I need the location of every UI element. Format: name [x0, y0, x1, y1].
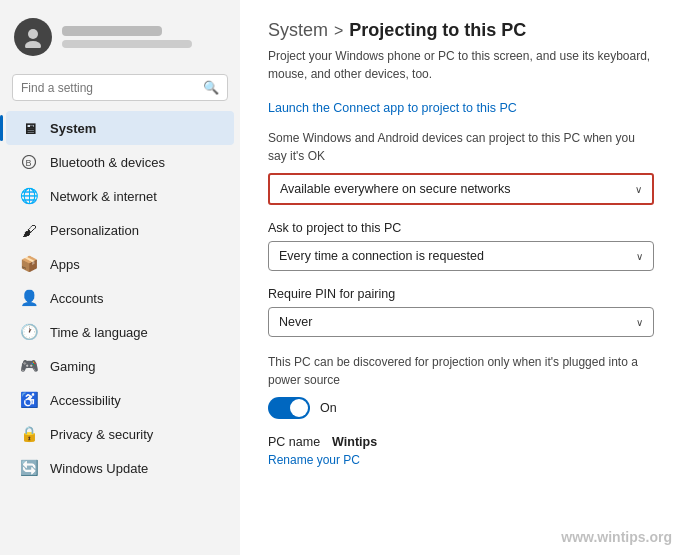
sidebar-item-update[interactable]: 🔄 Windows Update	[6, 451, 234, 485]
connect-app-link[interactable]: Launch the Connect app to project to thi…	[268, 101, 654, 115]
sidebar-item-time[interactable]: 🕐 Time & language	[6, 315, 234, 349]
breadcrumb-separator: >	[334, 22, 343, 40]
sidebar-item-label: Apps	[50, 257, 80, 272]
sidebar-item-label: Bluetooth & devices	[50, 155, 165, 170]
ask-project-label: Ask to project to this PC	[268, 221, 654, 235]
toggle-row: On	[268, 397, 654, 419]
chevron-down-icon: ∨	[636, 317, 643, 328]
availability-dropdown[interactable]: Available everywhere on secure networks …	[268, 173, 654, 205]
sidebar-item-apps[interactable]: 📦 Apps	[6, 247, 234, 281]
apps-icon: 📦	[20, 255, 38, 273]
sidebar-item-gaming[interactable]: 🎮 Gaming	[6, 349, 234, 383]
sidebar-item-label: Network & internet	[50, 189, 157, 204]
power-toggle[interactable]	[268, 397, 310, 419]
sidebar-item-label: Privacy & security	[50, 427, 153, 442]
search-icon: 🔍	[203, 80, 219, 95]
search-input[interactable]	[21, 81, 197, 95]
sidebar-item-label: Gaming	[50, 359, 96, 374]
network-icon: 🌐	[20, 187, 38, 205]
sidebar-item-accessibility[interactable]: ♿ Accessibility	[6, 383, 234, 417]
system-icon: 🖥	[20, 119, 38, 137]
svg-text:B: B	[26, 158, 32, 168]
user-email-blurred	[62, 40, 192, 48]
chevron-down-icon: ∨	[636, 251, 643, 262]
sidebar-item-system[interactable]: 🖥 System	[6, 111, 234, 145]
pin-section: Require PIN for pairing Never ∨	[268, 287, 654, 337]
svg-point-0	[28, 29, 38, 39]
sidebar-item-label: Accounts	[50, 291, 103, 306]
svg-point-1	[25, 41, 41, 48]
sidebar-item-network[interactable]: 🌐 Network & internet	[6, 179, 234, 213]
ask-project-dropdown[interactable]: Every time a connection is requested ∨	[268, 241, 654, 271]
avatar	[14, 18, 52, 56]
pin-value: Never	[279, 315, 312, 329]
toggle-label: On	[320, 401, 337, 415]
page-description: Project your Windows phone or PC to this…	[268, 47, 654, 83]
sidebar-item-personalization[interactable]: 🖌 Personalization	[6, 213, 234, 247]
search-box[interactable]: 🔍	[12, 74, 228, 101]
sidebar-item-label: Personalization	[50, 223, 139, 238]
chevron-down-icon: ∨	[635, 184, 642, 195]
user-profile	[0, 8, 240, 70]
accounts-icon: 👤	[20, 289, 38, 307]
gaming-icon: 🎮	[20, 357, 38, 375]
breadcrumb: System > Projecting to this PC	[268, 20, 654, 41]
time-icon: 🕐	[20, 323, 38, 341]
sidebar-item-label: Time & language	[50, 325, 148, 340]
power-description: This PC can be discovered for projection…	[268, 353, 654, 389]
page-title: Projecting to this PC	[349, 20, 526, 41]
pin-label: Require PIN for pairing	[268, 287, 654, 301]
sidebar-item-bluetooth[interactable]: B Bluetooth & devices	[6, 145, 234, 179]
power-section: This PC can be discovered for projection…	[268, 353, 654, 419]
user-name-blurred	[62, 26, 162, 36]
pc-name-value: Wintips	[332, 435, 377, 449]
pc-name-section: PC name Wintips Rename your PC	[268, 435, 654, 467]
accessibility-icon: ♿	[20, 391, 38, 409]
personalization-icon: 🖌	[20, 221, 38, 239]
toggle-knob	[290, 399, 308, 417]
bluetooth-icon: B	[20, 153, 38, 171]
sidebar-item-label: System	[50, 121, 96, 136]
availability-section: Some Windows and Android devices can pro…	[268, 129, 654, 205]
pc-name-label: PC name	[268, 435, 320, 449]
privacy-icon: 🔒	[20, 425, 38, 443]
main-content: System > Projecting to this PC Project y…	[240, 0, 682, 555]
rename-pc-link[interactable]: Rename your PC	[268, 453, 654, 467]
ask-project-value: Every time a connection is requested	[279, 249, 484, 263]
ask-project-section: Ask to project to this PC Every time a c…	[268, 221, 654, 271]
pc-name-row: PC name Wintips	[268, 435, 654, 449]
sidebar-item-label: Accessibility	[50, 393, 121, 408]
sidebar-item-label: Windows Update	[50, 461, 148, 476]
breadcrumb-parent: System	[268, 20, 328, 41]
available-description: Some Windows and Android devices can pro…	[268, 129, 654, 165]
update-icon: 🔄	[20, 459, 38, 477]
sidebar-item-accounts[interactable]: 👤 Accounts	[6, 281, 234, 315]
sidebar-item-privacy[interactable]: 🔒 Privacy & security	[6, 417, 234, 451]
pin-dropdown[interactable]: Never ∨	[268, 307, 654, 337]
availability-dropdown-value: Available everywhere on secure networks	[280, 182, 510, 196]
sidebar: 🔍 🖥 System B Bluetooth & devices 🌐 Netwo…	[0, 0, 240, 555]
